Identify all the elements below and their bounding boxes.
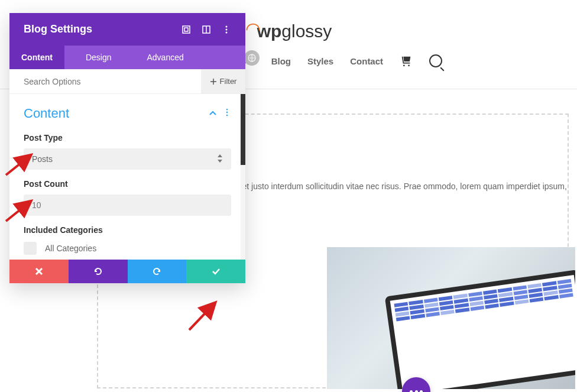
cart-icon[interactable] xyxy=(400,54,413,67)
logo-swoosh-icon: ◠ xyxy=(245,18,261,39)
select-post-type[interactable]: Posts xyxy=(24,148,231,170)
search-input[interactable] xyxy=(9,77,201,86)
field-included-categories: Included Categories All Categories Curre… xyxy=(24,225,231,260)
kebab-menu-icon[interactable] xyxy=(222,25,231,34)
logo-text-light: glossy xyxy=(281,21,332,41)
tab-design[interactable]: Design xyxy=(68,46,129,69)
check-icon xyxy=(211,267,221,276)
label-post-count: Post Count xyxy=(24,179,231,189)
globe-icon[interactable] xyxy=(244,50,260,66)
svg-rect-2 xyxy=(184,28,188,31)
section-kebab-icon[interactable] xyxy=(223,108,231,119)
label-included-categories: Included Categories xyxy=(24,225,231,235)
fullscreen-icon[interactable] xyxy=(181,25,191,34)
panel-title: Blog Settings xyxy=(24,23,92,35)
field-post-count: Post Count xyxy=(24,179,231,216)
label-post-type: Post Type xyxy=(24,133,231,142)
search-row: Filter xyxy=(9,69,245,94)
select-caret-icon xyxy=(217,154,223,164)
svg-point-11 xyxy=(226,112,228,114)
svg-line-18 xyxy=(6,156,30,175)
filter-button[interactable]: Filter xyxy=(201,69,245,94)
confirm-button[interactable] xyxy=(186,260,245,283)
field-post-type: Post Type Posts xyxy=(24,133,231,170)
dots-icon xyxy=(410,390,423,393)
annotation-arrow-1 xyxy=(4,153,34,177)
check-all-categories[interactable]: All Categories xyxy=(24,242,231,255)
panel-scrollbar[interactable] xyxy=(241,94,245,260)
svg-point-12 xyxy=(226,115,228,116)
nav-link-contact[interactable]: Contact xyxy=(350,56,383,66)
undo-icon xyxy=(93,267,103,276)
plus-icon xyxy=(210,78,217,85)
select-post-type-value: Posts xyxy=(32,154,53,164)
filter-label: Filter xyxy=(220,77,237,86)
svg-point-6 xyxy=(226,28,228,30)
input-post-count[interactable] xyxy=(24,195,231,216)
chevron-up-icon[interactable] xyxy=(209,109,217,118)
redo-button[interactable] xyxy=(128,260,187,283)
svg-line-22 xyxy=(189,304,214,330)
svg-line-20 xyxy=(6,202,30,221)
cancel-button[interactable] xyxy=(9,260,69,283)
svg-point-10 xyxy=(226,109,228,111)
close-icon xyxy=(34,267,44,276)
svg-point-7 xyxy=(226,31,228,33)
logo-text-bold: wp xyxy=(257,21,282,41)
blog-settings-panel: Blog Settings Content Design Advanced Fi… xyxy=(9,13,245,283)
panel-body: Content Post Type Posts Post Count Incl xyxy=(9,94,245,260)
svg-rect-1 xyxy=(183,26,190,33)
search-icon[interactable] xyxy=(429,54,442,67)
site-logo[interactable]: ◠ wpglossy xyxy=(245,21,332,41)
nav-link-blog[interactable]: Blog xyxy=(271,56,291,66)
undo-button[interactable] xyxy=(69,260,128,283)
nav-link-styles[interactable]: Styles xyxy=(307,56,333,66)
check-label: All Categories xyxy=(45,244,96,253)
annotation-arrow-2 xyxy=(4,199,34,223)
panel-footer xyxy=(9,260,245,283)
layout-icon[interactable] xyxy=(202,25,211,34)
svg-marker-14 xyxy=(218,160,222,163)
tab-content[interactable]: Content xyxy=(9,46,64,69)
redo-icon xyxy=(152,267,161,276)
svg-point-5 xyxy=(226,25,228,27)
annotation-arrow-3 xyxy=(187,300,219,333)
section-title-content[interactable]: Content xyxy=(24,106,69,121)
panel-tabs: Content Design Advanced xyxy=(9,46,245,69)
scrollbar-thumb[interactable] xyxy=(241,94,245,165)
panel-header: Blog Settings xyxy=(9,13,245,46)
checkbox-icon[interactable] xyxy=(24,242,37,255)
post-featured-image xyxy=(327,247,575,389)
svg-marker-13 xyxy=(218,154,222,157)
tab-advanced[interactable]: Advanced xyxy=(129,46,201,69)
